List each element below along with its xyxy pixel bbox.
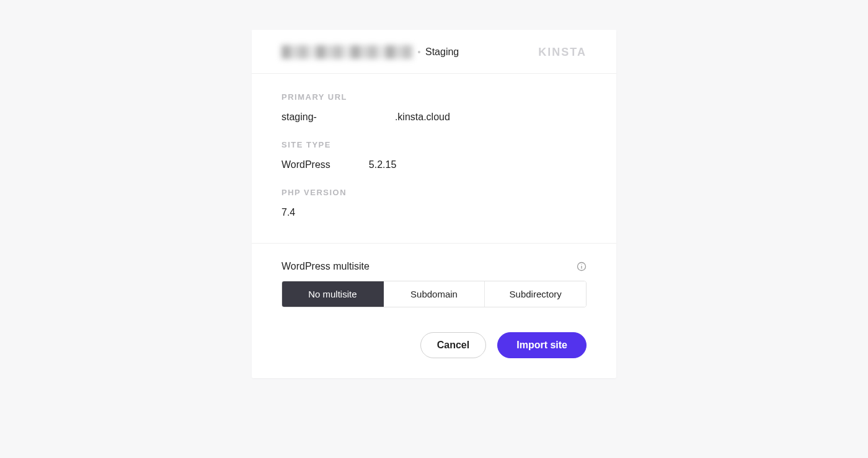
segment-no-multisite[interactable]: No multisite [282,281,384,307]
environment-label: Staging [425,46,459,58]
primary-url-label: PRIMARY URL [281,92,587,102]
segment-subdomain[interactable]: Subdomain [384,281,485,307]
site-type-name: WordPress [281,159,330,170]
separator-dot [418,51,420,53]
import-site-card: Staging KINSTA PRIMARY URL staging- .kin… [252,30,616,378]
multisite-title: WordPress multisite [281,261,370,272]
multisite-section: WordPress multisite No multisite Subdoma… [252,244,616,378]
primary-url-value: staging- .kinsta.cloud [281,112,587,123]
segment-subdirectory[interactable]: Subdirectory [485,281,586,307]
header-left: Staging [281,43,459,61]
php-version-value: 7.4 [281,207,587,218]
site-type-version: 5.2.15 [369,159,396,170]
card-body: PRIMARY URL staging- .kinsta.cloud SITE … [252,74,616,244]
svg-point-2 [581,264,582,265]
site-type-label: SITE TYPE [281,140,587,149]
url-prefix: staging- [281,112,317,123]
multisite-segmented-control: No multisite Subdomain Subdirectory [281,281,587,307]
multisite-header: WordPress multisite [281,261,587,272]
card-header: Staging KINSTA [252,30,616,74]
kinsta-logo: KINSTA [538,46,587,59]
site-name-redacted [281,43,413,61]
url-redacted [317,112,395,123]
action-buttons: Cancel Import site [281,332,587,358]
cancel-button[interactable]: Cancel [420,332,486,358]
site-type-row: WordPress 5.2.15 [281,159,587,170]
url-suffix: .kinsta.cloud [395,112,450,123]
info-icon[interactable] [577,262,587,271]
php-version-label: PHP VERSION [281,188,587,197]
import-site-button[interactable]: Import site [497,332,587,358]
